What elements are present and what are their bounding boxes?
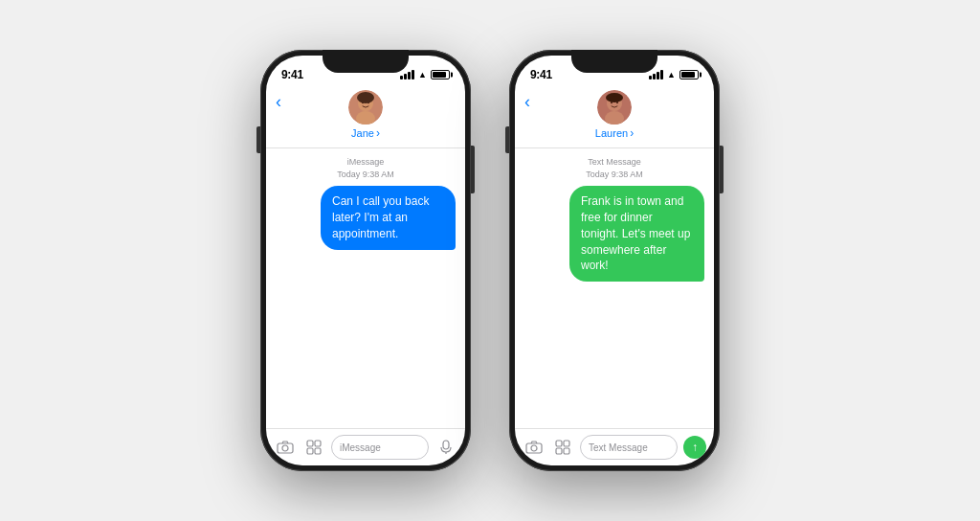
- apps-button[interactable]: [302, 436, 325, 459]
- avatar-image-2: [597, 90, 632, 125]
- svg-rect-23: [564, 441, 569, 446]
- camera-button-2[interactable]: [523, 436, 546, 459]
- svg-rect-10: [307, 448, 313, 454]
- input-placeholder-2: Text Message: [589, 442, 648, 453]
- svg-rect-24: [556, 448, 562, 454]
- svg-rect-9: [315, 441, 321, 446]
- signal-bar-1: [400, 76, 403, 79]
- message-bubble-wrapper: Can I call you back later? I'm at an app…: [276, 186, 456, 249]
- phone-sms-wrapper: 9:41 ▲ ‹: [509, 50, 720, 471]
- status-time: 9:41: [281, 68, 303, 81]
- signal-icon-2: [649, 70, 663, 79]
- send-icon: ↑: [692, 441, 698, 454]
- svg-point-5: [357, 92, 374, 103]
- status-time-2: 9:41: [530, 68, 552, 81]
- apps-button-2[interactable]: [551, 436, 574, 459]
- phone-sms: 9:41 ▲ ‹: [509, 50, 720, 471]
- contact-avatar-2: [597, 90, 632, 125]
- svg-rect-11: [315, 448, 321, 454]
- svg-point-7: [282, 445, 288, 451]
- messages-area-2: Text Message Today 9:38 AM Frank is in t…: [515, 148, 714, 428]
- mic-icon: [440, 440, 452, 455]
- svg-rect-25: [564, 448, 569, 454]
- svg-rect-8: [307, 441, 313, 446]
- input-bar-2: Text Message ↑: [515, 428, 714, 465]
- back-button-2[interactable]: ‹: [524, 92, 530, 112]
- apps-icon: [306, 440, 322, 455]
- contact-name[interactable]: Jane: [351, 126, 380, 140]
- svg-rect-12: [443, 441, 449, 449]
- battery-icon-2: [679, 70, 699, 79]
- signal-bar-4: [660, 70, 663, 79]
- message-timestamp: iMessage Today 9:38 AM: [276, 156, 456, 180]
- status-icons: ▲: [400, 70, 450, 79]
- input-placeholder: iMessage: [340, 442, 381, 453]
- send-button[interactable]: ↑: [683, 436, 706, 459]
- signal-bar-2: [653, 74, 656, 79]
- camera-button[interactable]: [274, 436, 297, 459]
- input-bar: iMessage: [266, 428, 465, 465]
- wifi-icon-2: ▲: [667, 70, 676, 79]
- mic-button[interactable]: [434, 436, 457, 459]
- signal-bar-1: [649, 76, 652, 79]
- status-icons-2: ▲: [649, 70, 699, 79]
- signal-bar-2: [404, 74, 407, 79]
- camera-icon-2: [525, 441, 543, 454]
- messages-area: iMessage Today 9:38 AM Can I call you ba…: [266, 148, 465, 428]
- apps-icon-2: [555, 440, 570, 455]
- message-bubble-2: Frank is in town and free for dinner ton…: [569, 186, 704, 282]
- message-timestamp-2: Text Message Today 9:38 AM: [524, 156, 704, 180]
- notch: [323, 50, 409, 73]
- svg-point-21: [531, 445, 537, 451]
- phone-screen-2: 9:41 ▲ ‹: [515, 56, 714, 465]
- battery-icon: [431, 70, 450, 79]
- messages-header: ‹ Jane: [266, 86, 465, 148]
- phone-imessage-wrapper: 9:41 ▲ ‹: [260, 50, 471, 471]
- signal-bar-4: [412, 70, 414, 79]
- camera-icon: [277, 441, 294, 454]
- message-bubble: Can I call you back later? I'm at an app…: [321, 186, 456, 249]
- battery-fill-2: [681, 72, 695, 78]
- message-bubble-wrapper-2: Frank is in town and free for dinner ton…: [524, 186, 704, 282]
- message-input-2[interactable]: Text Message: [580, 435, 678, 460]
- signal-icon: [400, 70, 414, 79]
- message-input[interactable]: iMessage: [331, 435, 429, 460]
- notch-2: [571, 50, 657, 73]
- contact-avatar: [348, 90, 383, 125]
- phone-imessage: 9:41 ▲ ‹: [260, 50, 471, 471]
- signal-bar-3: [408, 72, 411, 79]
- svg-rect-22: [556, 441, 562, 446]
- phone-screen: 9:41 ▲ ‹: [266, 56, 465, 465]
- signal-bar-3: [657, 72, 659, 79]
- wifi-icon: ▲: [418, 70, 427, 79]
- contact-name-2[interactable]: Lauren: [595, 126, 634, 140]
- battery-fill: [433, 72, 446, 78]
- back-button[interactable]: ‹: [276, 92, 281, 112]
- messages-header-2: ‹ Lauren: [515, 86, 714, 148]
- avatar-image: [348, 90, 383, 125]
